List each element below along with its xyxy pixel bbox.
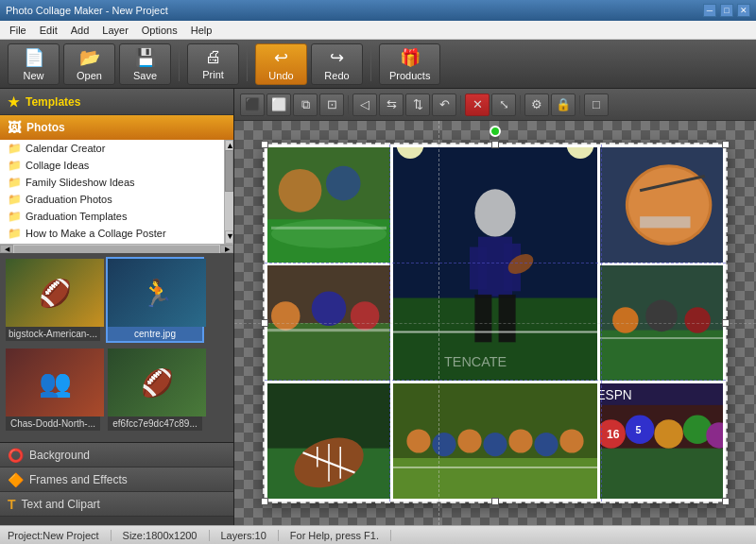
tree-hscrollbar[interactable]: ◀ ▶ — [0, 244, 233, 253]
handle-bm[interactable] — [491, 498, 499, 505]
svg-rect-63 — [600, 383, 723, 405]
lock-button[interactable]: 🔒 — [551, 94, 576, 116]
new-button[interactable]: 📄 New — [8, 43, 60, 85]
minimize-button[interactable]: ─ — [703, 4, 716, 17]
help-status: For Help, press F1. — [279, 530, 391, 541]
handle-tr[interactable] — [722, 141, 730, 148]
open-label: Open — [77, 70, 102, 81]
text-item[interactable]: T Text and Clipart — [0, 492, 233, 517]
layers-status: Layers:10 — [210, 530, 279, 541]
open-button[interactable]: 📂 Open — [63, 43, 115, 85]
svg-rect-30 — [267, 329, 390, 332]
svg-point-51 — [534, 433, 558, 456]
folder-icon-3: 📁 — [8, 193, 22, 206]
menu-layer[interactable]: Layer — [96, 23, 134, 38]
photo-cell-center[interactable]: TENCATE TENCATE — [393, 147, 597, 381]
svg-rect-15 — [499, 295, 516, 342]
thumbnail-0[interactable]: 🏈 bigstock-American-... — [4, 257, 102, 343]
bottom-panel: ⭕ Background 🔶 Frames and Effects T Text… — [0, 442, 233, 517]
save-button[interactable]: 💾 Save — [119, 43, 171, 85]
flip-v-button[interactable]: ⇅ — [405, 94, 430, 116]
canvas-container[interactable]: TENCATE TENCATE — [234, 121, 756, 525]
menu-edit[interactable]: Edit — [34, 23, 63, 38]
maximize-button[interactable]: □ — [720, 4, 733, 17]
tree-item-3[interactable]: 📁 Graduation Photos — [0, 191, 224, 208]
close-button[interactable]: ✕ — [737, 4, 750, 17]
redo-button[interactable]: ↪ Redo — [311, 43, 363, 85]
settings-button[interactable]: ⚙ — [524, 94, 549, 116]
thumbnail-1[interactable]: 🏃 centre.jpg — [106, 257, 204, 343]
tree-scrollbar[interactable]: ▲ ▼ — [224, 140, 233, 244]
templates-header: ★ Templates — [0, 89, 233, 115]
copy-button[interactable]: ⧉ — [293, 94, 318, 116]
tree-item-1[interactable]: 📁 Collage Ideas — [0, 157, 224, 174]
thumbnail-3[interactable]: 🏈 ef6fcc7e9dc47c89... — [106, 347, 204, 433]
svg-point-50 — [508, 429, 532, 452]
title-bar: Photo Collage Maker - New Project ─ □ ✕ — [0, 0, 756, 21]
photo-cell-8[interactable]: 16 5 ESPN — [600, 383, 723, 499]
thumb-label-0: bigstock-American-... — [6, 327, 100, 341]
svg-point-21 — [626, 164, 713, 245]
paste-button[interactable]: ⊡ — [319, 94, 344, 116]
new-label: New — [23, 70, 43, 81]
photo-cell-6[interactable] — [267, 383, 390, 499]
handle-bl[interactable] — [261, 498, 268, 505]
crop-button[interactable]: ⤡ — [491, 94, 516, 116]
background-item[interactable]: ⭕ Background — [0, 443, 233, 468]
move-back-button[interactable]: ⬛ — [240, 94, 265, 116]
tree-item-label-3: Graduation Photos — [26, 194, 112, 205]
tree-item-0[interactable]: 📁 Calendar Creator — [0, 140, 224, 157]
tree-item-4[interactable]: 📁 Graduation Templates — [0, 208, 224, 225]
handle-tm[interactable] — [491, 141, 499, 148]
menu-options[interactable]: Options — [136, 23, 183, 38]
tree-scrollbar-thumb[interactable] — [225, 150, 233, 192]
svg-point-48 — [457, 429, 481, 452]
thumb-img-1: 🏃 — [108, 259, 206, 327]
flip-h-button[interactable]: ⇆ — [379, 94, 404, 116]
svg-rect-45 — [393, 458, 597, 499]
tree-item-2[interactable]: 📁 Family Slideshow Ideas — [0, 174, 224, 191]
undo-button[interactable]: ↩ Undo — [255, 43, 307, 85]
align-left-button[interactable]: ◁ — [352, 94, 377, 116]
menu-add[interactable]: Add — [65, 23, 95, 38]
svg-point-28 — [312, 291, 347, 326]
delete-button[interactable]: ✕ — [465, 94, 490, 116]
svg-rect-14 — [474, 295, 491, 342]
svg-point-33 — [612, 307, 638, 332]
svg-line-24 — [640, 177, 705, 191]
thumbnail-2[interactable]: 👥 Chas-Dodd-North-... — [4, 347, 102, 433]
photo-cell-7[interactable] — [393, 383, 597, 499]
svg-rect-1 — [267, 219, 390, 263]
products-icon: 🎁 — [400, 47, 421, 68]
svg-point-60 — [706, 422, 723, 448]
products-button[interactable]: 🎁 Products — [379, 43, 440, 85]
edit-sep-3 — [520, 95, 521, 114]
templates-label: Templates — [26, 95, 80, 109]
rotation-handle[interactable] — [490, 126, 501, 137]
svg-point-16 — [505, 250, 537, 279]
print-button[interactable]: 🖨 Print — [187, 43, 239, 85]
svg-point-2 — [271, 219, 387, 248]
handle-br[interactable] — [722, 498, 730, 505]
photos-tab[interactable]: 🖼 Photos — [0, 115, 233, 140]
menu-help[interactable]: Help — [185, 23, 218, 38]
move-back-icon: ⬛ — [245, 97, 260, 111]
tree-item-5[interactable]: 📁 How to Make a Collage Poster — [0, 225, 224, 242]
handle-ml[interactable] — [261, 319, 268, 327]
svg-rect-11 — [478, 237, 512, 297]
handle-tl[interactable] — [261, 141, 268, 148]
svg-rect-26 — [267, 323, 390, 381]
blank-button[interactable]: □ — [584, 94, 609, 116]
handle-mr[interactable] — [722, 319, 730, 327]
background-label: Background — [29, 449, 90, 462]
photo-cell-1[interactable] — [267, 147, 390, 263]
photo-cell-3[interactable] — [600, 147, 723, 263]
project-status: Project:New Project — [8, 530, 112, 541]
menu-file[interactable]: File — [4, 23, 32, 38]
project-label: Project:New Project — [8, 530, 99, 541]
svg-point-27 — [271, 301, 301, 331]
move-forward-button[interactable]: ⬜ — [266, 94, 291, 116]
frames-item[interactable]: 🔶 Frames and Effects — [0, 468, 233, 492]
folder-icon: 📁 — [8, 142, 22, 155]
rotate-button[interactable]: ↶ — [432, 94, 456, 116]
